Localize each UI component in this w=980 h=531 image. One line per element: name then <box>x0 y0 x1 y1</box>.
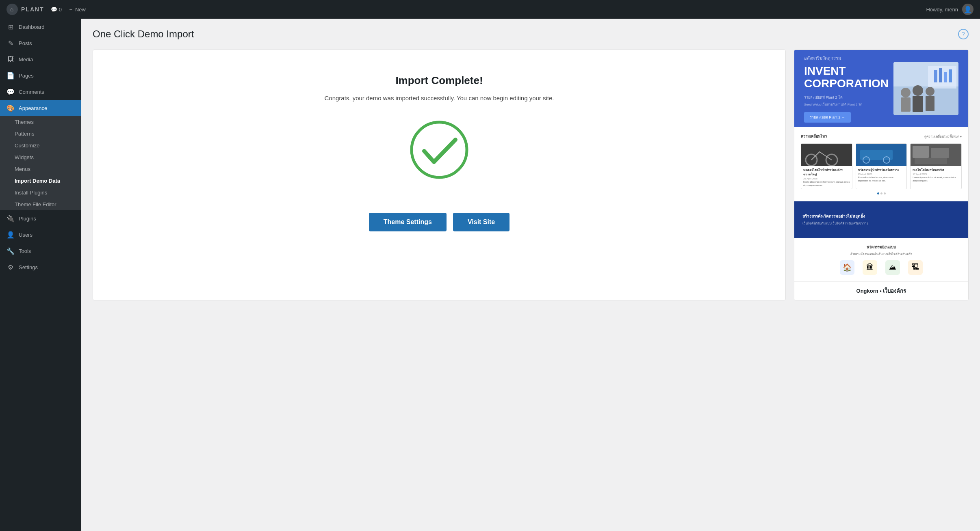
visit-site-button[interactable]: Visit Site <box>453 213 510 231</box>
preview-card-3: เทคโนโลยีสมาร์ทออฟฟิศ 17 April 2025 Lore… <box>910 143 962 189</box>
preview-icon-4: 🏗 <box>908 260 923 275</box>
submenu-patterns[interactable]: Patterns <box>0 128 81 140</box>
howdy-text: Howdy, menn <box>926 6 958 13</box>
preview-cta-button[interactable]: รายละเอียด Plant 2 → <box>804 112 851 123</box>
submenu-themes[interactable]: Themes <box>0 116 81 128</box>
theme-preview-panel: อสังหาริมวัตถุกรรม INVENT CORPORATION รา… <box>794 50 969 300</box>
preview-icon-3: ⛰ <box>885 260 900 275</box>
import-title: Import Complete! <box>395 74 483 87</box>
admin-bar: ⌂ PLANT 💬 0 ＋ New Howdy, menn 👤 <box>0 0 980 19</box>
svg-rect-10 <box>934 70 937 82</box>
new-label: New <box>75 6 86 13</box>
appearance-label: Appearance <box>19 105 47 111</box>
preview-footer: Ongkorn • เว็บองค์กร <box>794 281 968 300</box>
preview-card-1-body: มอเตอร์ไซค์ไฟฟ้าสำหรับองค์กรขนาดใหญ่ 25 … <box>801 166 852 189</box>
sidebar-item-appearance[interactable]: 🎨 Appearance <box>0 100 81 116</box>
preview-icon-box-4: 🏗 <box>908 260 923 275</box>
submenu-menus[interactable]: Menus <box>0 163 81 175</box>
preview-title-line2: CORPORATION <box>804 78 889 90</box>
preview-hero-image <box>893 62 958 115</box>
sidebar: ⊞ Dashboard ✎ Posts 🖼 Media 📄 Pages 💬 Co… <box>0 19 81 531</box>
submenu-widgets[interactable]: Widgets <box>0 151 81 163</box>
preview-icon-1: 🏠 <box>840 260 854 275</box>
preview-dot-2[interactable] <box>880 192 882 194</box>
comments-count[interactable]: 💬 0 <box>51 6 62 13</box>
svg-point-6 <box>913 85 923 96</box>
plus-icon: ＋ <box>68 6 74 13</box>
plugins-icon: 🔌 <box>7 214 15 222</box>
sidebar-item-media[interactable]: 🖼 Media <box>0 51 81 67</box>
svg-point-8 <box>926 87 934 96</box>
preview-icon-2: 🏛 <box>863 260 877 275</box>
preview-card-3-date: 17 April 2025 <box>913 173 959 175</box>
comments-number: 0 <box>59 6 62 13</box>
submenu-import-demo-data[interactable]: Import Demo Data <box>0 175 81 187</box>
submenu-theme-file-editor[interactable]: Theme File Editor <box>0 199 81 210</box>
users-label: Users <box>19 232 33 238</box>
svg-rect-22 <box>913 146 929 158</box>
preview-card-2: นวัตกรรมผู้นำสำหรับเครือซาราย 25 April 2… <box>856 143 907 189</box>
submenu-install-plugins[interactable]: Install Plugins <box>0 187 81 199</box>
svg-point-4 <box>901 88 911 97</box>
preview-card-2-date: 25 April 2025 <box>858 173 905 175</box>
svg-rect-23 <box>931 148 949 158</box>
content-grid: Import Complete! Congrats, your demo was… <box>93 50 969 300</box>
sidebar-item-dashboard[interactable]: ⊞ Dashboard <box>0 19 81 35</box>
preview-icon-box-2: 🏛 <box>863 260 877 275</box>
svg-rect-11 <box>939 68 942 82</box>
preview-icons-row: 🏠 🏛 ⛰ 🏗 <box>801 260 962 275</box>
posts-icon: ✎ <box>7 39 15 47</box>
preview-news-title: ความเคลื่อนไหว <box>801 134 827 139</box>
theme-settings-button[interactable]: Theme Settings <box>369 213 447 231</box>
preview-icon-box-1: 🏠 <box>840 260 854 275</box>
preview-news-header: ความเคลื่อนไหว ดูความเคลื่อนไหวทั้งหมด ▾ <box>801 134 962 139</box>
sidebar-item-comments[interactable]: 💬 Comments <box>0 84 81 100</box>
plugins-label: Plugins <box>19 216 36 222</box>
preview-card-1-title: มอเตอร์ไซค์ไฟฟ้าสำหรับองค์กรขนาดใหญ่ <box>803 168 850 177</box>
users-icon: 👤 <box>7 231 15 239</box>
preview-cards-row: มอเตอร์ไซค์ไฟฟ้าสำหรับองค์กรขนาดใหญ่ 25 … <box>801 143 962 189</box>
import-complete-box: Import Complete! Congrats, your demo was… <box>93 50 786 300</box>
preview-card-2-text: Phasellus tellus lectus, viverra ac impe… <box>858 176 905 183</box>
media-label: Media <box>19 56 33 63</box>
preview-card-1-text: Morbi placerat elit fermentum, cursus te… <box>803 181 850 187</box>
site-logo[interactable]: ⌂ PLANT <box>7 4 44 15</box>
preview-card-2-body: นวัตกรรมผู้นำสำหรับเครือซาราย 25 April 2… <box>856 166 907 184</box>
svg-rect-7 <box>913 96 923 112</box>
settings-icon: ⚙ <box>7 263 15 271</box>
preview-dot-3[interactable] <box>884 192 886 194</box>
preview-cta-sub: เว็บไซต์โด้กับต้นแบบเว็บไซต์สำหรับเครือซ… <box>802 221 960 226</box>
sidebar-item-tools[interactable]: 🔧 Tools <box>0 243 81 259</box>
new-content-button[interactable]: ＋ New <box>68 6 86 13</box>
preview-dot-1[interactable] <box>877 192 879 194</box>
submenu-customize[interactable]: Customize <box>0 140 81 151</box>
page-header: One Click Demo Import ? <box>93 28 969 40</box>
sidebar-item-plugins[interactable]: 🔌 Plugins <box>0 210 81 227</box>
preview-header-content: อสังหาริมวัตถุกรรม INVENT CORPORATION รา… <box>804 54 889 123</box>
preview-card-3-body: เทคโนโลยีสมาร์ทออฟฟิศ 17 April 2025 Lore… <box>911 166 961 184</box>
import-action-buttons: Theme Settings Visit Site <box>369 213 510 231</box>
preview-title-line1: INVENT <box>804 65 889 78</box>
preview-card-1-date: 25 April 2025 <box>803 177 850 180</box>
appearance-submenu: Themes Patterns Customize Widgets Menus … <box>0 116 81 210</box>
svg-rect-5 <box>901 97 911 112</box>
tools-label: Tools <box>19 248 31 254</box>
preview-news-link[interactable]: ดูความเคลื่อนไหวทั้งหมด ▾ <box>924 134 962 139</box>
dashboard-icon: ⊞ <box>7 23 15 31</box>
preview-card-3-title: เทคโนโลยีสมาร์ทออฟฟิศ <box>913 168 959 172</box>
comment-icon: 💬 <box>51 6 57 13</box>
preview-card-1-image <box>801 144 852 166</box>
preview-card-3-image <box>911 144 961 166</box>
preview-carousel-dots <box>801 192 962 194</box>
avatar[interactable]: 👤 <box>962 4 973 15</box>
sidebar-item-settings[interactable]: ⚙ Settings <box>0 259 81 275</box>
help-button[interactable]: ? <box>958 29 969 39</box>
page-title: One Click Demo Import <box>93 28 194 40</box>
sidebar-item-pages[interactable]: 📄 Pages <box>0 67 81 84</box>
preview-cta-title: สร้างสรรค์นวัตกรรมอย่างไม่หยุดยั้ง <box>802 213 960 219</box>
sidebar-item-posts[interactable]: ✎ Posts <box>0 35 81 51</box>
svg-rect-13 <box>949 69 952 82</box>
site-name: PLANT <box>21 6 44 13</box>
preview-icons-sub: ด้วยงานที่ตอบแทนเป็นต้นแบบเว็บไซต์สำหรับ… <box>801 252 962 256</box>
sidebar-item-users[interactable]: 👤 Users <box>0 227 81 243</box>
